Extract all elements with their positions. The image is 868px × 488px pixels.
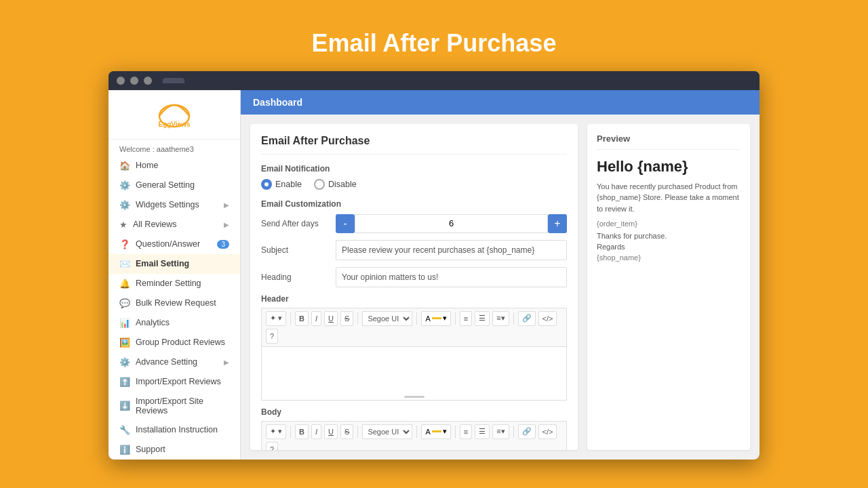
sep1 (290, 312, 291, 325)
browser-dot-3 (144, 77, 152, 85)
body-sep3 (416, 426, 417, 438)
underline-btn[interactable]: U (324, 311, 338, 326)
eggviews-logo-icon: EggViews Get Your Eggviews (144, 102, 205, 129)
sidebar-item-reminder-setting[interactable]: 🔔 Reminder Setting (108, 274, 240, 293)
sidebar-item-advance-setting[interactable]: ⚙️ Advance Setting ▶ (108, 352, 240, 372)
heading-row: Heading (261, 267, 567, 287)
body-highlight-btn[interactable]: A ▾ (421, 424, 450, 439)
sidebar-item-general-setting[interactable]: ⚙️ General Setting (108, 176, 240, 195)
subject-label: Subject (261, 245, 329, 255)
number-control: - + (336, 214, 567, 233)
sidebar-item-import-export-site-reviews[interactable]: ⬇️ Import/Export Site Reviews (108, 392, 240, 420)
increment-button[interactable]: + (548, 214, 567, 233)
italic-btn[interactable]: I (311, 311, 321, 326)
body-underline-btn[interactable]: U (324, 424, 338, 439)
sidebar-item-label-11: Import/Export Reviews (136, 377, 221, 386)
body-font-select[interactable]: Segoe UI (362, 424, 412, 439)
ul-btn[interactable]: ≡ (460, 311, 472, 326)
body-sep2 (357, 426, 358, 438)
dashboard-header: Dashboard (241, 90, 760, 115)
sidebar-item-label-13: Installation Instruction (136, 425, 218, 434)
sep4 (455, 312, 456, 325)
scroll-indicator (404, 396, 425, 398)
sidebar-icon-8: 📊 (119, 318, 130, 328)
align-btn[interactable]: ≡▾ (492, 311, 509, 326)
code-btn[interactable]: </> (538, 311, 557, 326)
sidebar-item-installation-instruction[interactable]: 🔧 Installation Instruction (108, 420, 240, 440)
welcome-text: Welcome : aaatheme3 (108, 140, 240, 156)
help-btn[interactable]: ? (266, 329, 278, 344)
header-editor-label: Header (261, 294, 567, 304)
body-ul-btn[interactable]: ≡ (460, 424, 472, 439)
body-code-btn[interactable]: </> (538, 424, 557, 439)
body-bold-btn[interactable]: B (295, 424, 309, 439)
main-content: Dashboard Email After Purchase Email Not… (241, 90, 760, 460)
panel-title: Email After Purchase (261, 135, 567, 155)
sidebar-item-widgets-settings[interactable]: ⚙️ Widgets Settings ▶ (108, 195, 240, 215)
preview-regards: Regards (597, 243, 741, 251)
sidebar-icon-13: 🔧 (119, 425, 130, 435)
sidebar-item-label-3: All Reviews (133, 220, 177, 229)
disable-radio[interactable]: Disable (314, 179, 357, 190)
body-highlight-bar (432, 430, 441, 432)
highlight-btn[interactable]: A ▾ (421, 311, 450, 326)
sidebar-item-label-0: Home (136, 161, 158, 170)
font-select[interactable]: Segoe UI (362, 311, 412, 326)
body-strike-btn[interactable]: S (340, 424, 353, 439)
sidebar-item-email-setting[interactable]: ✉️ Email Setting (108, 254, 240, 274)
sidebar-item-label-2: Widgets Settings (136, 200, 199, 209)
ol-btn[interactable]: ☰ (475, 311, 490, 326)
sidebar-item-label-10: Advance Setting (136, 357, 197, 367)
sep2 (357, 312, 358, 325)
sidebar-item-bulk-review-request[interactable]: 💬 Bulk Review Request (108, 293, 240, 313)
body-editor-label: Body (261, 407, 567, 417)
sidebar-arrow-2: ▶ (224, 201, 229, 209)
sidebar-icon-10: ⚙️ (119, 357, 130, 367)
days-input[interactable] (355, 214, 548, 233)
strikethrough-btn[interactable]: S (340, 311, 353, 326)
body-highlight-arrow: ▾ (443, 427, 447, 436)
body-link-btn[interactable]: 🔗 (518, 424, 536, 439)
sidebar-icon-12: ⬇️ (119, 401, 130, 411)
sidebar-icon-3: ★ (119, 220, 127, 230)
body-sep4 (455, 426, 456, 438)
sidebar-item-import-export-reviews[interactable]: ⬆️ Import/Export Reviews (108, 372, 240, 392)
header-editor-area[interactable] (261, 346, 567, 401)
link-btn[interactable]: 🔗 (518, 311, 536, 326)
body-help-btn[interactable]: ? (266, 442, 278, 450)
body-sep1 (290, 426, 291, 438)
email-customization-label: Email Customization (261, 199, 567, 209)
format-btn[interactable]: ✦ ▾ (266, 311, 286, 326)
sidebar-item-support[interactable]: ℹ️ Support (108, 440, 240, 460)
preview-panel: Preview Hello {name} You have recently p… (587, 124, 750, 450)
subject-row: Subject (261, 240, 567, 260)
sidebar-item-label-14: Support (136, 445, 165, 454)
body-italic-btn[interactable]: I (311, 424, 321, 439)
enable-radio[interactable]: Enable (261, 179, 302, 190)
sidebar-item-label-4: Question/Answer (136, 239, 200, 249)
sidebar-item-label-5: Email Setting (136, 259, 189, 268)
sidebar-item-analytics[interactable]: 📊 Analytics (108, 313, 240, 333)
body-ol-btn[interactable]: ☰ (475, 424, 490, 439)
sidebar-item-question-answer[interactable]: ❓ Question/Answer 3 (108, 235, 240, 254)
highlight-bar (432, 317, 441, 319)
heading-input[interactable] (336, 267, 567, 287)
enable-radio-icon (261, 179, 272, 190)
bold-btn[interactable]: B (295, 311, 309, 326)
body-highlight-a: A (425, 428, 430, 436)
sidebar-icon-4: ❓ (119, 239, 130, 249)
sidebar-item-home[interactable]: 🏠 Home (108, 156, 240, 176)
body-format-btn[interactable]: ✦ ▾ (266, 424, 286, 439)
body-align-btn[interactable]: ≡▾ (492, 424, 509, 439)
subject-input[interactable] (336, 240, 567, 260)
sidebar-item-all-reviews[interactable]: ★ All Reviews ▶ (108, 215, 240, 235)
highlight-a: A (425, 314, 430, 323)
body-editor-toolbar: ✦ ▾ B I U S Segoe UI (261, 421, 567, 450)
browser-tab[interactable] (163, 78, 184, 83)
decrement-button[interactable]: - (336, 214, 355, 233)
sidebar-icon-5: ✉️ (119, 259, 130, 269)
preview-thanks: Thanks for purchase. (597, 232, 741, 240)
sidebar-item-group-product-reviews[interactable]: 🖼️ Group Product Reviews (108, 333, 240, 352)
send-after-days-row: Send After days - + (261, 214, 567, 233)
sidebar-badge-4: 3 (217, 240, 229, 249)
